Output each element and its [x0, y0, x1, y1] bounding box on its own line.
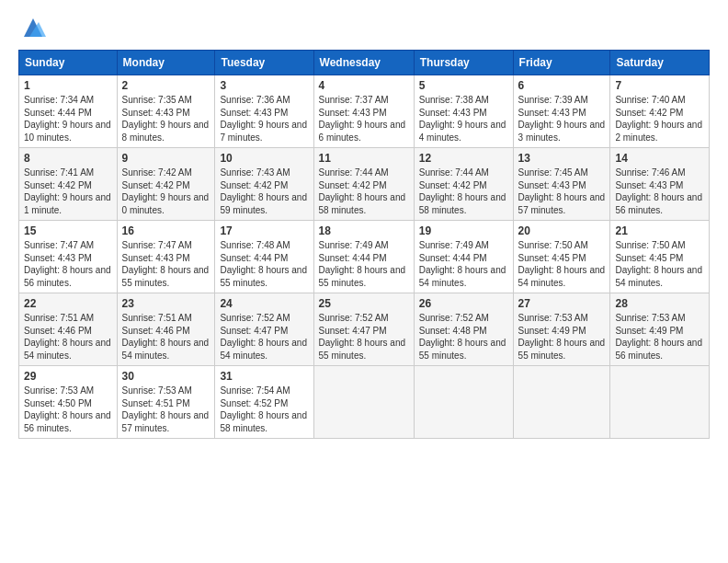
- day-detail: Sunrise: 7:46 AM Sunset: 4:43 PM Dayligh…: [615, 167, 704, 216]
- day-detail: Sunrise: 7:54 AM Sunset: 4:52 PM Dayligh…: [220, 385, 308, 434]
- calendar-cell: 27 Sunrise: 7:53 AM Sunset: 4:49 PM Dayl…: [513, 293, 610, 366]
- day-detail: Sunrise: 7:37 AM Sunset: 4:43 PM Dayligh…: [319, 94, 409, 144]
- weekday-header: Sunday: [19, 51, 118, 75]
- calendar-cell: 9 Sunrise: 7:42 AM Sunset: 4:42 PM Dayli…: [117, 148, 215, 221]
- calendar-cell: 11 Sunrise: 7:44 AM Sunset: 4:42 PM Dayl…: [313, 148, 414, 221]
- day-number: 4: [319, 79, 409, 92]
- day-number: 1: [24, 79, 112, 92]
- calendar-cell: 24 Sunrise: 7:52 AM Sunset: 4:47 PM Dayl…: [215, 293, 313, 366]
- day-number: 12: [419, 152, 508, 165]
- calendar-cell: 13 Sunrise: 7:45 AM Sunset: 4:43 PM Dayl…: [513, 148, 610, 221]
- day-number: 10: [220, 152, 308, 165]
- day-detail: Sunrise: 7:36 AM Sunset: 4:43 PM Dayligh…: [220, 94, 308, 144]
- day-number: 30: [122, 370, 210, 383]
- day-detail: Sunrise: 7:40 AM Sunset: 4:42 PM Dayligh…: [615, 94, 704, 144]
- day-number: 29: [24, 370, 112, 383]
- calendar-cell: 10 Sunrise: 7:43 AM Sunset: 4:42 PM Dayl…: [215, 148, 313, 221]
- day-number: 24: [220, 297, 308, 310]
- day-number: 25: [319, 297, 409, 310]
- day-detail: Sunrise: 7:51 AM Sunset: 4:46 PM Dayligh…: [24, 312, 112, 362]
- day-number: 23: [122, 297, 210, 310]
- day-detail: Sunrise: 7:51 AM Sunset: 4:46 PM Dayligh…: [122, 312, 210, 362]
- day-number: 27: [518, 297, 606, 310]
- calendar-cell: 2 Sunrise: 7:35 AM Sunset: 4:43 PM Dayli…: [117, 75, 215, 148]
- calendar-cell: 22 Sunrise: 7:51 AM Sunset: 4:46 PM Dayl…: [19, 293, 118, 366]
- day-detail: Sunrise: 7:52 AM Sunset: 4:47 PM Dayligh…: [220, 312, 308, 362]
- calendar-cell: [414, 366, 513, 439]
- day-detail: Sunrise: 7:49 AM Sunset: 4:44 PM Dayligh…: [419, 239, 508, 289]
- calendar-cell: 14 Sunrise: 7:46 AM Sunset: 4:43 PM Dayl…: [610, 148, 710, 221]
- day-number: 19: [419, 224, 508, 237]
- day-detail: Sunrise: 7:39 AM Sunset: 4:43 PM Dayligh…: [518, 94, 606, 144]
- day-detail: Sunrise: 7:52 AM Sunset: 4:48 PM Dayligh…: [419, 312, 508, 362]
- day-number: 14: [615, 152, 704, 165]
- day-detail: Sunrise: 7:47 AM Sunset: 4:43 PM Dayligh…: [24, 239, 112, 289]
- day-number: 15: [24, 224, 112, 237]
- day-number: 20: [518, 224, 606, 237]
- calendar-cell: 28 Sunrise: 7:53 AM Sunset: 4:49 PM Dayl…: [610, 293, 710, 366]
- day-number: 18: [319, 224, 409, 237]
- day-number: 21: [615, 224, 704, 237]
- calendar-week-row: 15 Sunrise: 7:47 AM Sunset: 4:43 PM Dayl…: [19, 221, 710, 293]
- calendar-week-row: 1 Sunrise: 7:34 AM Sunset: 4:44 PM Dayli…: [19, 75, 710, 148]
- calendar-page: SundayMondayTuesdayWednesdayThursdayFrid…: [0, 0, 728, 563]
- weekday-header: Wednesday: [313, 51, 414, 75]
- day-detail: Sunrise: 7:50 AM Sunset: 4:45 PM Dayligh…: [615, 239, 704, 289]
- day-number: 6: [518, 79, 606, 92]
- day-detail: Sunrise: 7:47 AM Sunset: 4:43 PM Dayligh…: [122, 239, 210, 289]
- day-detail: Sunrise: 7:35 AM Sunset: 4:43 PM Dayligh…: [122, 94, 210, 144]
- calendar-cell: 5 Sunrise: 7:38 AM Sunset: 4:43 PM Dayli…: [414, 75, 513, 148]
- weekday-header: Thursday: [414, 51, 513, 75]
- calendar-cell: 3 Sunrise: 7:36 AM Sunset: 4:43 PM Dayli…: [215, 75, 313, 148]
- calendar-cell: 31 Sunrise: 7:54 AM Sunset: 4:52 PM Dayl…: [215, 366, 313, 439]
- calendar-week-row: 8 Sunrise: 7:41 AM Sunset: 4:42 PM Dayli…: [19, 148, 710, 221]
- day-detail: Sunrise: 7:42 AM Sunset: 4:42 PM Dayligh…: [122, 167, 210, 216]
- calendar-cell: 29 Sunrise: 7:53 AM Sunset: 4:50 PM Dayl…: [19, 366, 118, 439]
- day-number: 13: [518, 152, 606, 165]
- weekday-header: Monday: [117, 51, 215, 75]
- logo-icon: [20, 15, 46, 40]
- calendar-cell: 23 Sunrise: 7:51 AM Sunset: 4:46 PM Dayl…: [117, 293, 215, 366]
- calendar-cell: 16 Sunrise: 7:47 AM Sunset: 4:43 PM Dayl…: [117, 221, 215, 293]
- day-number: 22: [24, 297, 112, 310]
- calendar-cell: 21 Sunrise: 7:50 AM Sunset: 4:45 PM Dayl…: [610, 221, 710, 293]
- day-detail: Sunrise: 7:44 AM Sunset: 4:42 PM Dayligh…: [419, 167, 508, 216]
- weekday-header: Tuesday: [215, 51, 313, 75]
- day-detail: Sunrise: 7:53 AM Sunset: 4:49 PM Dayligh…: [518, 312, 606, 362]
- day-detail: Sunrise: 7:44 AM Sunset: 4:42 PM Dayligh…: [319, 167, 409, 216]
- day-detail: Sunrise: 7:52 AM Sunset: 4:47 PM Dayligh…: [319, 312, 409, 362]
- day-detail: Sunrise: 7:43 AM Sunset: 4:42 PM Dayligh…: [220, 167, 308, 216]
- day-detail: Sunrise: 7:53 AM Sunset: 4:51 PM Dayligh…: [122, 385, 210, 434]
- calendar-cell: 17 Sunrise: 7:48 AM Sunset: 4:44 PM Dayl…: [215, 221, 313, 293]
- day-detail: Sunrise: 7:34 AM Sunset: 4:44 PM Dayligh…: [24, 94, 112, 144]
- day-detail: Sunrise: 7:53 AM Sunset: 4:49 PM Dayligh…: [615, 312, 704, 362]
- day-number: 26: [419, 297, 508, 310]
- day-detail: Sunrise: 7:48 AM Sunset: 4:44 PM Dayligh…: [220, 239, 308, 289]
- calendar-cell: 8 Sunrise: 7:41 AM Sunset: 4:42 PM Dayli…: [19, 148, 118, 221]
- calendar-cell: 26 Sunrise: 7:52 AM Sunset: 4:48 PM Dayl…: [414, 293, 513, 366]
- calendar-cell: 15 Sunrise: 7:47 AM Sunset: 4:43 PM Dayl…: [19, 221, 118, 293]
- calendar-cell: 7 Sunrise: 7:40 AM Sunset: 4:42 PM Dayli…: [610, 75, 710, 148]
- weekday-header: Saturday: [610, 51, 710, 75]
- calendar-cell: 6 Sunrise: 7:39 AM Sunset: 4:43 PM Dayli…: [513, 75, 610, 148]
- day-number: 5: [419, 79, 508, 92]
- calendar-cell: [513, 366, 610, 439]
- calendar-cell: 1 Sunrise: 7:34 AM Sunset: 4:44 PM Dayli…: [19, 75, 118, 148]
- day-detail: Sunrise: 7:45 AM Sunset: 4:43 PM Dayligh…: [518, 167, 606, 216]
- day-number: 2: [122, 79, 210, 92]
- day-number: 31: [220, 370, 308, 383]
- day-number: 7: [615, 79, 704, 92]
- header: [18, 15, 710, 40]
- day-number: 8: [24, 152, 112, 165]
- calendar-week-row: 29 Sunrise: 7:53 AM Sunset: 4:50 PM Dayl…: [19, 366, 710, 439]
- calendar-cell: 30 Sunrise: 7:53 AM Sunset: 4:51 PM Dayl…: [117, 366, 215, 439]
- day-number: 11: [319, 152, 409, 165]
- calendar-header-row: SundayMondayTuesdayWednesdayThursdayFrid…: [19, 51, 710, 75]
- calendar-cell: 19 Sunrise: 7:49 AM Sunset: 4:44 PM Dayl…: [414, 221, 513, 293]
- logo: [18, 15, 46, 40]
- day-number: 9: [122, 152, 210, 165]
- calendar-cell: 25 Sunrise: 7:52 AM Sunset: 4:47 PM Dayl…: [313, 293, 414, 366]
- calendar-cell: 12 Sunrise: 7:44 AM Sunset: 4:42 PM Dayl…: [414, 148, 513, 221]
- day-number: 28: [615, 297, 704, 310]
- day-detail: Sunrise: 7:38 AM Sunset: 4:43 PM Dayligh…: [419, 94, 508, 144]
